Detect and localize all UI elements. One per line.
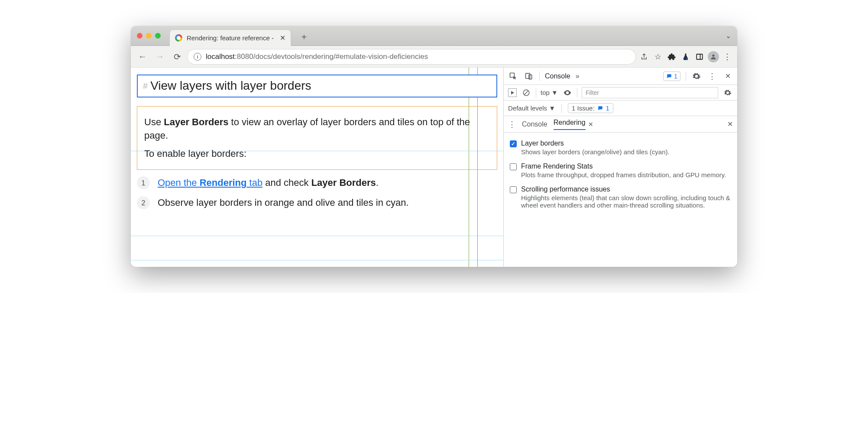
checkbox-layer-borders[interactable] [510, 140, 517, 147]
option-frame-rendering-stats[interactable]: Frame Rendering Stats Plots frame throug… [510, 159, 731, 182]
heading-highlight: # View layers with layer borders [137, 75, 497, 97]
paragraph-2: To enable layer borders: [144, 147, 490, 161]
device-toolbar-icon[interactable] [524, 71, 534, 81]
heading-anchor-icon[interactable]: # [143, 80, 148, 92]
close-tab-icon[interactable]: ✕ [280, 34, 285, 42]
rendered-page: # View layers with layer borders Use Lay… [131, 68, 503, 267]
devtools-menu-icon[interactable]: ⋮ [707, 71, 717, 81]
page-heading: View layers with layer borders [150, 77, 311, 95]
messages-badge[interactable]: 1 [663, 71, 680, 81]
svg-rect-1 [696, 54, 703, 59]
browser-window: Rendering: feature reference - ✕ ＋ ⌄ ← →… [131, 26, 737, 267]
browser-tab[interactable]: Rendering: feature reference - ✕ [169, 29, 291, 46]
article: # View layers with layer borders Use Lay… [131, 68, 503, 220]
kebab-menu-icon[interactable]: ⋮ [722, 51, 733, 62]
share-icon[interactable] [638, 51, 650, 62]
option-title: Frame Rendering Stats [521, 162, 726, 170]
context-selector[interactable]: top ▼ [541, 89, 558, 96]
svg-point-3 [712, 54, 714, 56]
svg-rect-5 [526, 73, 530, 78]
layer-border-box: Use Layer Borders to view an overlay of … [137, 106, 497, 170]
close-rendering-tab-icon[interactable]: ✕ [588, 121, 593, 128]
bookmark-star-icon[interactable]: ☆ [652, 51, 664, 62]
devtools-panel: Console » 1 ⋮ ✕ [503, 68, 737, 267]
url-text: localhost:8080/docs/devtools/rendering/#… [206, 52, 428, 61]
site-info-icon[interactable]: i [194, 53, 201, 61]
content-area: # View layers with layer borders Use Lay… [131, 68, 737, 267]
checkbox-scrolling[interactable] [510, 186, 517, 193]
play-icon[interactable] [508, 88, 517, 97]
chrome-favicon-icon [175, 34, 182, 42]
settings-gear-icon[interactable] [691, 71, 702, 81]
zoom-window-button[interactable] [155, 33, 161, 39]
option-desc: Shows layer borders (orange/olive) and t… [521, 148, 670, 156]
drawer-tab-rendering[interactable]: Rendering [554, 119, 586, 130]
ordered-list: 1 Open the Rendering tab and check Layer… [137, 176, 497, 210]
minimize-window-button[interactable] [146, 33, 152, 39]
option-scrolling-performance[interactable]: Scrolling performance issues Highlights … [510, 182, 731, 212]
live-expression-eye-icon[interactable] [562, 88, 573, 98]
labs-flask-icon[interactable] [680, 51, 691, 62]
step-number: 2 [137, 196, 150, 209]
log-levels-select[interactable]: Default levels ▼ [508, 104, 555, 112]
filter-input[interactable]: Filter [582, 87, 718, 98]
step-2-text: Observe layer borders in orange and oliv… [158, 196, 409, 210]
more-tabs-icon[interactable]: » [576, 72, 580, 80]
inspect-element-icon[interactable] [508, 71, 518, 81]
close-devtools-icon[interactable]: ✕ [722, 71, 733, 81]
drawer-menu-icon[interactable]: ⋮ [508, 120, 516, 129]
console-filter-row: Default levels ▼ 1 Issue: 1 [504, 101, 737, 116]
paragraph-1: Use Layer Borders to view an overlay of … [144, 115, 490, 143]
clear-console-icon[interactable] [521, 88, 531, 98]
checkbox-frame-stats[interactable] [510, 163, 517, 170]
back-button[interactable]: ← [135, 49, 150, 64]
reload-button[interactable]: ⟳ [170, 49, 185, 64]
list-item: 1 Open the Rendering tab and check Layer… [137, 176, 497, 190]
option-title: Scrolling performance issues [521, 185, 731, 193]
rendering-options: Layer borders Shows layer borders (orang… [504, 133, 737, 267]
sidepanel-icon[interactable] [694, 51, 705, 62]
svg-line-8 [525, 91, 528, 94]
address-bar[interactable]: i localhost:8080/docs/devtools/rendering… [187, 49, 636, 65]
step-number: 1 [137, 176, 150, 189]
traffic-lights [137, 33, 161, 39]
list-item: 2 Observe layer borders in orange and ol… [137, 196, 497, 210]
tab-title: Rendering: feature reference - [187, 34, 274, 42]
drawer-tab-console[interactable]: Console [522, 120, 547, 128]
devtools-tab-console[interactable]: Console [545, 72, 570, 80]
toolbar: ← → ⟳ i localhost:8080/docs/devtools/ren… [131, 46, 737, 68]
forward-button[interactable]: → [152, 49, 167, 64]
open-rendering-link[interactable]: Open the Rendering tab [158, 177, 262, 188]
option-layer-borders[interactable]: Layer borders Shows layer borders (orang… [510, 136, 731, 159]
drawer-tabbar: ⋮ Console Rendering ✕ ✕ [504, 116, 737, 133]
titlebar: Rendering: feature reference - ✕ ＋ ⌄ [131, 26, 737, 46]
console-settings-gear-icon[interactable] [722, 88, 733, 98]
option-desc: Plots frame throughput, dropped frames d… [521, 171, 726, 179]
step-1-text: Open the Rendering tab and check Layer B… [158, 176, 379, 190]
profile-avatar[interactable] [708, 51, 719, 62]
tab-overflow-icon[interactable]: ⌄ [725, 32, 731, 40]
extensions-puzzle-icon[interactable] [666, 51, 677, 62]
new-tab-button[interactable]: ＋ [298, 31, 310, 43]
issues-badge[interactable]: 1 Issue: 1 [568, 103, 613, 113]
option-desc: Highlights elements (teal) that can slow… [521, 194, 731, 209]
close-drawer-icon[interactable]: ✕ [727, 120, 733, 128]
option-title: Layer borders [521, 140, 670, 147]
close-window-button[interactable] [137, 33, 143, 39]
svg-point-0 [686, 58, 687, 59]
devtools-toolbar: Console » 1 ⋮ ✕ [504, 68, 737, 85]
console-toolbar: top ▼ Filter [504, 85, 737, 101]
